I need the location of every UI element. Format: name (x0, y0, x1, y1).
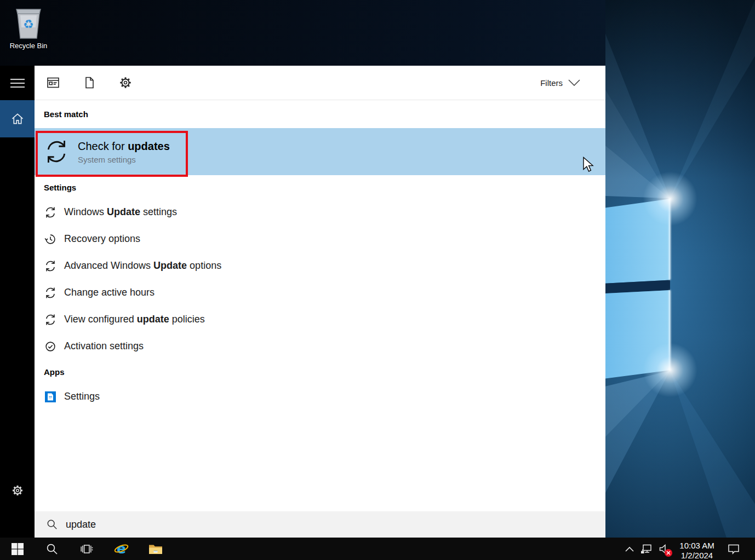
recycle-bin-label: Recycle Bin (8, 42, 49, 50)
desktop: ♻ Recycle Bin (0, 0, 755, 560)
filters-bar: Filters (35, 66, 605, 100)
volume-muted-badge (665, 549, 672, 557)
documents-filter-button[interactable] (82, 76, 96, 90)
result-label: Settings (64, 391, 100, 402)
documents-filter-icon (82, 76, 96, 90)
search-input[interactable] (66, 519, 504, 530)
mouse-cursor (582, 157, 594, 173)
settings-filter-button[interactable] (118, 76, 133, 90)
apps-filter-button[interactable] (46, 76, 60, 90)
svg-text:♻: ♻ (23, 18, 34, 31)
clock-time: 10:03 AM (674, 541, 720, 551)
sync-icon (44, 287, 56, 299)
result-label: Windows Update settings (64, 206, 177, 218)
network-status-button[interactable] (638, 538, 655, 560)
result-view-configured-update-policies[interactable]: View configured update policies (35, 306, 605, 333)
taskbar-search-button[interactable] (35, 538, 69, 560)
internet-explorer-icon: e (113, 541, 129, 557)
best-match-result[interactable]: Check for updates System settings (35, 128, 605, 175)
hamburger-menu-button[interactable] (0, 66, 35, 100)
best-match-title: Check for updates (78, 139, 170, 153)
system-tray: 10:03 AM 1/2/2024 (621, 538, 747, 560)
apps-filter-icon (46, 76, 60, 90)
home-icon (10, 112, 25, 126)
chevron-down-icon (568, 79, 580, 86)
internet-explorer-button[interactable]: e (104, 538, 138, 560)
sync-icon (44, 314, 56, 326)
history-icon (44, 233, 56, 245)
settings-section-header: Settings (35, 175, 605, 199)
search-box[interactable] (35, 511, 605, 538)
settings-app-icon (45, 391, 56, 402)
wallpaper-shade (605, 0, 755, 560)
tray-chevron-button[interactable] (621, 538, 638, 560)
apps-section-header: Apps (35, 360, 605, 383)
taskbar-clock[interactable]: 10:03 AM 1/2/2024 (674, 538, 720, 560)
search-flyout: Filters Best match Chec (0, 66, 605, 538)
wallpaper (605, 0, 755, 560)
result-recovery-options[interactable]: Recovery options (35, 226, 605, 252)
best-match-subtitle: System settings (78, 155, 170, 164)
action-center-button[interactable] (720, 538, 747, 560)
gear-icon (11, 484, 24, 497)
result-label: Activation settings (64, 340, 144, 352)
hamburger-icon (10, 78, 25, 89)
result-windows-update-settings[interactable]: Windows Update settings (35, 199, 605, 226)
best-match-header: Best match (35, 100, 605, 128)
result-change-active-hours[interactable]: Change active hours (35, 279, 605, 306)
result-advanced-windows-update-options[interactable]: Advanced Windows Update options (35, 252, 605, 279)
settings-filter-icon (118, 76, 133, 90)
task-view-icon (79, 542, 94, 556)
file-explorer-button[interactable] (138, 538, 173, 560)
filters-label: Filters (540, 78, 563, 88)
settings-button[interactable] (0, 474, 35, 507)
result-settings-app[interactable]: Settings (35, 383, 605, 410)
result-label: View configured update policies (64, 314, 205, 325)
start-button[interactable] (0, 538, 35, 560)
result-label: Change active hours (64, 287, 155, 298)
chevron-up-icon (625, 546, 634, 552)
network-icon (639, 542, 654, 556)
check-circle-icon (44, 340, 56, 353)
flyout-rail (0, 66, 35, 538)
taskbar: e (0, 538, 755, 560)
search-icon (46, 518, 58, 530)
home-button[interactable] (0, 100, 35, 137)
filters-dropdown[interactable]: Filters (540, 78, 596, 88)
sync-icon (44, 206, 56, 218)
volume-button[interactable] (655, 538, 674, 560)
task-view-button[interactable] (69, 538, 104, 560)
sync-icon (44, 139, 69, 164)
windows-start-icon (11, 542, 24, 556)
recycle-bin-icon: ♻ (13, 4, 44, 41)
result-activation-settings[interactable]: Activation settings (35, 333, 605, 360)
sync-icon (44, 260, 56, 272)
clock-date: 1/2/2024 (674, 551, 720, 560)
recycle-bin-shortcut[interactable]: ♻ Recycle Bin (8, 4, 49, 50)
result-label: Recovery options (64, 233, 140, 245)
result-label: Advanced Windows Update options (64, 260, 221, 272)
search-results-panel: Filters Best match Chec (35, 66, 605, 538)
file-explorer-icon (147, 541, 164, 557)
action-center-icon (727, 542, 741, 556)
svg-text:e: e (117, 541, 126, 557)
search-icon (45, 542, 59, 556)
